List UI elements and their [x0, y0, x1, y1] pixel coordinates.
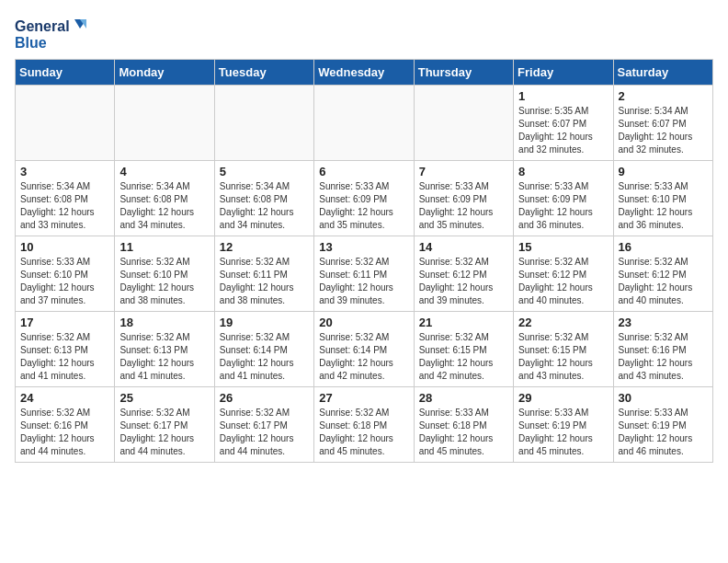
day-info: Sunrise: 5:32 AM Sunset: 6:12 PM Dayligh…	[419, 256, 508, 307]
day-info: Sunrise: 5:33 AM Sunset: 6:10 PM Dayligh…	[20, 256, 109, 307]
day-number: 6	[319, 165, 408, 178]
calendar-cell: 11Sunrise: 5:32 AM Sunset: 6:10 PM Dayli…	[115, 236, 214, 312]
calendar-cell: 5Sunrise: 5:34 AM Sunset: 6:08 PM Daylig…	[214, 161, 313, 236]
day-number: 25	[119, 391, 209, 405]
day-number: 28	[419, 391, 508, 405]
day-number: 12	[220, 240, 309, 254]
day-info: Sunrise: 5:32 AM Sunset: 6:12 PM Dayligh…	[619, 256, 708, 307]
calendar-cell: 9Sunrise: 5:33 AM Sunset: 6:10 PM Daylig…	[613, 161, 712, 236]
calendar-cell: 12Sunrise: 5:32 AM Sunset: 6:11 PM Dayli…	[214, 236, 313, 312]
calendar-cell: 6Sunrise: 5:33 AM Sunset: 6:09 PM Daylig…	[314, 161, 414, 236]
day-number: 30	[619, 391, 708, 405]
logo-svg: GeneralBlue	[15, 15, 88, 52]
weekday-header: Tuesday	[214, 60, 313, 86]
day-number: 16	[619, 240, 708, 254]
calendar-cell: 19Sunrise: 5:32 AM Sunset: 6:14 PM Dayli…	[214, 312, 313, 387]
day-number: 10	[20, 240, 109, 254]
day-info: Sunrise: 5:33 AM Sunset: 6:18 PM Dayligh…	[419, 407, 508, 458]
calendar-week-row: 17Sunrise: 5:32 AM Sunset: 6:13 PM Dayli…	[16, 312, 713, 387]
day-number: 20	[319, 316, 408, 329]
calendar-cell: 26Sunrise: 5:32 AM Sunset: 6:17 PM Dayli…	[214, 387, 313, 463]
day-info: Sunrise: 5:34 AM Sunset: 6:08 PM Dayligh…	[20, 180, 109, 232]
calendar-cell	[115, 86, 214, 161]
day-info: Sunrise: 5:33 AM Sunset: 6:19 PM Dayligh…	[619, 407, 708, 458]
calendar-cell: 7Sunrise: 5:33 AM Sunset: 6:09 PM Daylig…	[414, 161, 513, 236]
calendar-cell: 2Sunrise: 5:34 AM Sunset: 6:07 PM Daylig…	[613, 86, 712, 161]
day-number: 7	[419, 165, 508, 178]
calendar-table: SundayMondayTuesdayWednesdayThursdayFrid…	[15, 59, 713, 463]
calendar-cell: 13Sunrise: 5:32 AM Sunset: 6:11 PM Dayli…	[314, 236, 414, 312]
day-info: Sunrise: 5:32 AM Sunset: 6:13 PM Dayligh…	[20, 331, 109, 383]
day-info: Sunrise: 5:32 AM Sunset: 6:11 PM Dayligh…	[220, 256, 309, 307]
day-number: 4	[119, 165, 209, 178]
calendar-cell: 18Sunrise: 5:32 AM Sunset: 6:13 PM Dayli…	[115, 312, 214, 387]
day-number: 13	[319, 240, 408, 254]
day-number: 8	[518, 165, 608, 178]
calendar-cell: 24Sunrise: 5:32 AM Sunset: 6:16 PM Dayli…	[16, 387, 115, 463]
calendar-cell: 27Sunrise: 5:32 AM Sunset: 6:18 PM Dayli…	[314, 387, 414, 463]
calendar-cell: 10Sunrise: 5:33 AM Sunset: 6:10 PM Dayli…	[16, 236, 115, 312]
day-number: 18	[119, 316, 209, 329]
day-number: 14	[419, 240, 508, 254]
day-info: Sunrise: 5:32 AM Sunset: 6:15 PM Dayligh…	[518, 331, 608, 383]
day-number: 23	[619, 316, 708, 329]
day-info: Sunrise: 5:32 AM Sunset: 6:16 PM Dayligh…	[20, 407, 109, 458]
calendar-cell: 28Sunrise: 5:33 AM Sunset: 6:18 PM Dayli…	[414, 387, 513, 463]
calendar-week-row: 10Sunrise: 5:33 AM Sunset: 6:10 PM Dayli…	[16, 236, 713, 312]
day-info: Sunrise: 5:32 AM Sunset: 6:15 PM Dayligh…	[419, 331, 508, 383]
calendar-cell	[414, 86, 513, 161]
weekday-header: Thursday	[414, 60, 513, 86]
day-info: Sunrise: 5:33 AM Sunset: 6:09 PM Dayligh…	[518, 180, 608, 232]
day-number: 3	[20, 165, 109, 178]
weekday-header: Wednesday	[314, 60, 414, 86]
day-info: Sunrise: 5:32 AM Sunset: 6:14 PM Dayligh…	[319, 331, 408, 383]
svg-text:Blue: Blue	[15, 35, 47, 51]
day-info: Sunrise: 5:34 AM Sunset: 6:08 PM Dayligh…	[220, 180, 309, 232]
calendar-cell: 1Sunrise: 5:35 AM Sunset: 6:07 PM Daylig…	[514, 86, 613, 161]
day-number: 9	[619, 165, 708, 178]
day-info: Sunrise: 5:33 AM Sunset: 6:10 PM Dayligh…	[619, 180, 708, 232]
day-info: Sunrise: 5:32 AM Sunset: 6:13 PM Dayligh…	[119, 331, 209, 383]
calendar-cell: 22Sunrise: 5:32 AM Sunset: 6:15 PM Dayli…	[514, 312, 613, 387]
calendar-cell: 16Sunrise: 5:32 AM Sunset: 6:12 PM Dayli…	[613, 236, 712, 312]
calendar-week-row: 24Sunrise: 5:32 AM Sunset: 6:16 PM Dayli…	[16, 387, 713, 463]
day-info: Sunrise: 5:32 AM Sunset: 6:12 PM Dayligh…	[518, 256, 608, 307]
calendar-cell: 3Sunrise: 5:34 AM Sunset: 6:08 PM Daylig…	[16, 161, 115, 236]
day-info: Sunrise: 5:32 AM Sunset: 6:18 PM Dayligh…	[319, 407, 408, 458]
day-number: 15	[518, 240, 608, 254]
day-number: 26	[220, 391, 309, 405]
day-number: 19	[220, 316, 309, 329]
day-info: Sunrise: 5:32 AM Sunset: 6:14 PM Dayligh…	[220, 331, 309, 383]
calendar-cell: 30Sunrise: 5:33 AM Sunset: 6:19 PM Dayli…	[613, 387, 712, 463]
calendar-cell: 23Sunrise: 5:32 AM Sunset: 6:16 PM Dayli…	[613, 312, 712, 387]
day-info: Sunrise: 5:32 AM Sunset: 6:16 PM Dayligh…	[619, 331, 708, 383]
day-number: 5	[220, 165, 309, 178]
calendar-header-row: SundayMondayTuesdayWednesdayThursdayFrid…	[16, 60, 713, 86]
day-info: Sunrise: 5:33 AM Sunset: 6:09 PM Dayligh…	[319, 180, 408, 232]
day-info: Sunrise: 5:32 AM Sunset: 6:11 PM Dayligh…	[319, 256, 408, 307]
calendar-cell: 20Sunrise: 5:32 AM Sunset: 6:14 PM Dayli…	[314, 312, 414, 387]
calendar-cell: 21Sunrise: 5:32 AM Sunset: 6:15 PM Dayli…	[414, 312, 513, 387]
day-info: Sunrise: 5:34 AM Sunset: 6:08 PM Dayligh…	[119, 180, 209, 232]
day-number: 2	[619, 89, 708, 103]
day-number: 27	[319, 391, 408, 405]
day-number: 1	[518, 89, 608, 103]
day-number: 24	[20, 391, 109, 405]
calendar-cell: 17Sunrise: 5:32 AM Sunset: 6:13 PM Dayli…	[16, 312, 115, 387]
calendar-cell: 14Sunrise: 5:32 AM Sunset: 6:12 PM Dayli…	[414, 236, 513, 312]
calendar-week-row: 3Sunrise: 5:34 AM Sunset: 6:08 PM Daylig…	[16, 161, 713, 236]
day-number: 29	[518, 391, 608, 405]
calendar-cell: 29Sunrise: 5:33 AM Sunset: 6:19 PM Dayli…	[514, 387, 613, 463]
svg-text:General: General	[15, 18, 70, 34]
calendar-cell: 25Sunrise: 5:32 AM Sunset: 6:17 PM Dayli…	[115, 387, 214, 463]
day-number: 21	[419, 316, 508, 329]
weekday-header: Saturday	[613, 60, 712, 86]
day-number: 11	[119, 240, 209, 254]
day-number: 22	[518, 316, 608, 329]
day-info: Sunrise: 5:35 AM Sunset: 6:07 PM Dayligh…	[518, 105, 608, 156]
calendar-cell: 15Sunrise: 5:32 AM Sunset: 6:12 PM Dayli…	[514, 236, 613, 312]
day-number: 17	[20, 316, 109, 329]
calendar-cell	[214, 86, 313, 161]
weekday-header: Friday	[514, 60, 613, 86]
day-info: Sunrise: 5:33 AM Sunset: 6:09 PM Dayligh…	[419, 180, 508, 232]
